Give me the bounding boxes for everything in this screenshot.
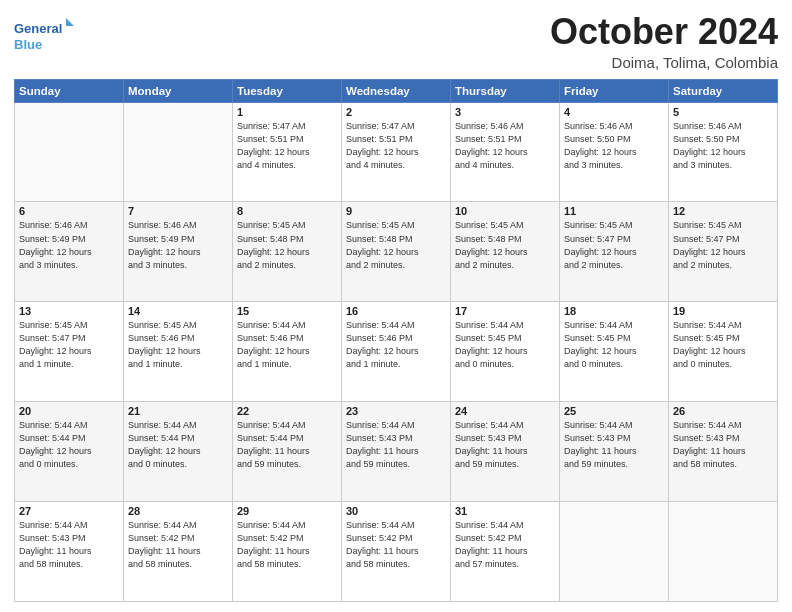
day-number: 16 bbox=[346, 305, 446, 317]
day-detail: Sunrise: 5:44 AM Sunset: 5:43 PM Dayligh… bbox=[346, 419, 446, 471]
day-cell: 8Sunrise: 5:45 AM Sunset: 5:48 PM Daylig… bbox=[233, 202, 342, 302]
day-detail: Sunrise: 5:47 AM Sunset: 5:51 PM Dayligh… bbox=[346, 120, 446, 172]
col-monday: Monday bbox=[124, 79, 233, 102]
day-cell: 18Sunrise: 5:44 AM Sunset: 5:45 PM Dayli… bbox=[560, 302, 669, 402]
day-detail: Sunrise: 5:46 AM Sunset: 5:51 PM Dayligh… bbox=[455, 120, 555, 172]
day-cell: 4Sunrise: 5:46 AM Sunset: 5:50 PM Daylig… bbox=[560, 102, 669, 202]
day-number: 17 bbox=[455, 305, 555, 317]
day-detail: Sunrise: 5:46 AM Sunset: 5:50 PM Dayligh… bbox=[673, 120, 773, 172]
day-number: 24 bbox=[455, 405, 555, 417]
calendar-table: Sunday Monday Tuesday Wednesday Thursday… bbox=[14, 79, 778, 602]
day-cell: 25Sunrise: 5:44 AM Sunset: 5:43 PM Dayli… bbox=[560, 402, 669, 502]
day-number: 29 bbox=[237, 505, 337, 517]
day-number: 3 bbox=[455, 106, 555, 118]
day-cell: 30Sunrise: 5:44 AM Sunset: 5:42 PM Dayli… bbox=[342, 502, 451, 602]
day-detail: Sunrise: 5:44 AM Sunset: 5:42 PM Dayligh… bbox=[346, 519, 446, 571]
day-detail: Sunrise: 5:44 AM Sunset: 5:42 PM Dayligh… bbox=[128, 519, 228, 571]
day-number: 15 bbox=[237, 305, 337, 317]
day-detail: Sunrise: 5:46 AM Sunset: 5:49 PM Dayligh… bbox=[128, 219, 228, 271]
day-detail: Sunrise: 5:46 AM Sunset: 5:49 PM Dayligh… bbox=[19, 219, 119, 271]
day-cell: 1Sunrise: 5:47 AM Sunset: 5:51 PM Daylig… bbox=[233, 102, 342, 202]
day-number: 14 bbox=[128, 305, 228, 317]
day-cell: 6Sunrise: 5:46 AM Sunset: 5:49 PM Daylig… bbox=[15, 202, 124, 302]
day-cell: 19Sunrise: 5:44 AM Sunset: 5:45 PM Dayli… bbox=[669, 302, 778, 402]
day-cell: 5Sunrise: 5:46 AM Sunset: 5:50 PM Daylig… bbox=[669, 102, 778, 202]
day-cell: 22Sunrise: 5:44 AM Sunset: 5:44 PM Dayli… bbox=[233, 402, 342, 502]
day-number: 8 bbox=[237, 205, 337, 217]
col-thursday: Thursday bbox=[451, 79, 560, 102]
day-cell: 28Sunrise: 5:44 AM Sunset: 5:42 PM Dayli… bbox=[124, 502, 233, 602]
day-cell: 15Sunrise: 5:44 AM Sunset: 5:46 PM Dayli… bbox=[233, 302, 342, 402]
day-number: 7 bbox=[128, 205, 228, 217]
day-cell: 29Sunrise: 5:44 AM Sunset: 5:42 PM Dayli… bbox=[233, 502, 342, 602]
day-detail: Sunrise: 5:47 AM Sunset: 5:51 PM Dayligh… bbox=[237, 120, 337, 172]
day-cell: 24Sunrise: 5:44 AM Sunset: 5:43 PM Dayli… bbox=[451, 402, 560, 502]
day-cell: 16Sunrise: 5:44 AM Sunset: 5:46 PM Dayli… bbox=[342, 302, 451, 402]
week-row-5: 27Sunrise: 5:44 AM Sunset: 5:43 PM Dayli… bbox=[15, 502, 778, 602]
day-detail: Sunrise: 5:44 AM Sunset: 5:46 PM Dayligh… bbox=[237, 319, 337, 371]
day-number: 31 bbox=[455, 505, 555, 517]
day-number: 5 bbox=[673, 106, 773, 118]
day-cell: 10Sunrise: 5:45 AM Sunset: 5:48 PM Dayli… bbox=[451, 202, 560, 302]
day-number: 12 bbox=[673, 205, 773, 217]
day-cell: 3Sunrise: 5:46 AM Sunset: 5:51 PM Daylig… bbox=[451, 102, 560, 202]
day-detail: Sunrise: 5:45 AM Sunset: 5:46 PM Dayligh… bbox=[128, 319, 228, 371]
day-detail: Sunrise: 5:45 AM Sunset: 5:48 PM Dayligh… bbox=[237, 219, 337, 271]
day-detail: Sunrise: 5:44 AM Sunset: 5:45 PM Dayligh… bbox=[564, 319, 664, 371]
day-cell: 13Sunrise: 5:45 AM Sunset: 5:47 PM Dayli… bbox=[15, 302, 124, 402]
day-number: 28 bbox=[128, 505, 228, 517]
col-friday: Friday bbox=[560, 79, 669, 102]
day-cell: 11Sunrise: 5:45 AM Sunset: 5:47 PM Dayli… bbox=[560, 202, 669, 302]
day-number: 19 bbox=[673, 305, 773, 317]
day-number: 1 bbox=[237, 106, 337, 118]
day-cell: 26Sunrise: 5:44 AM Sunset: 5:43 PM Dayli… bbox=[669, 402, 778, 502]
day-number: 9 bbox=[346, 205, 446, 217]
day-detail: Sunrise: 5:46 AM Sunset: 5:50 PM Dayligh… bbox=[564, 120, 664, 172]
day-number: 25 bbox=[564, 405, 664, 417]
day-detail: Sunrise: 5:45 AM Sunset: 5:47 PM Dayligh… bbox=[564, 219, 664, 271]
col-sunday: Sunday bbox=[15, 79, 124, 102]
logo: General Blue bbox=[14, 16, 74, 56]
svg-text:General: General bbox=[14, 21, 62, 36]
month-title: October 2024 bbox=[550, 12, 778, 52]
day-detail: Sunrise: 5:44 AM Sunset: 5:44 PM Dayligh… bbox=[128, 419, 228, 471]
day-detail: Sunrise: 5:44 AM Sunset: 5:44 PM Dayligh… bbox=[19, 419, 119, 471]
day-number: 27 bbox=[19, 505, 119, 517]
location: Doima, Tolima, Colombia bbox=[550, 54, 778, 71]
day-cell bbox=[669, 502, 778, 602]
day-number: 30 bbox=[346, 505, 446, 517]
day-cell: 31Sunrise: 5:44 AM Sunset: 5:42 PM Dayli… bbox=[451, 502, 560, 602]
day-number: 23 bbox=[346, 405, 446, 417]
day-detail: Sunrise: 5:44 AM Sunset: 5:43 PM Dayligh… bbox=[564, 419, 664, 471]
day-detail: Sunrise: 5:44 AM Sunset: 5:45 PM Dayligh… bbox=[673, 319, 773, 371]
day-cell: 12Sunrise: 5:45 AM Sunset: 5:47 PM Dayli… bbox=[669, 202, 778, 302]
day-cell: 20Sunrise: 5:44 AM Sunset: 5:44 PM Dayli… bbox=[15, 402, 124, 502]
col-tuesday: Tuesday bbox=[233, 79, 342, 102]
day-number: 20 bbox=[19, 405, 119, 417]
day-cell bbox=[124, 102, 233, 202]
day-detail: Sunrise: 5:44 AM Sunset: 5:45 PM Dayligh… bbox=[455, 319, 555, 371]
day-cell bbox=[15, 102, 124, 202]
page: General Blue October 2024 Doima, Tolima,… bbox=[0, 0, 792, 612]
day-cell: 7Sunrise: 5:46 AM Sunset: 5:49 PM Daylig… bbox=[124, 202, 233, 302]
day-cell: 9Sunrise: 5:45 AM Sunset: 5:48 PM Daylig… bbox=[342, 202, 451, 302]
day-number: 13 bbox=[19, 305, 119, 317]
week-row-4: 20Sunrise: 5:44 AM Sunset: 5:44 PM Dayli… bbox=[15, 402, 778, 502]
day-number: 6 bbox=[19, 205, 119, 217]
day-detail: Sunrise: 5:44 AM Sunset: 5:43 PM Dayligh… bbox=[673, 419, 773, 471]
day-cell bbox=[560, 502, 669, 602]
header: General Blue October 2024 Doima, Tolima,… bbox=[14, 12, 778, 71]
week-row-3: 13Sunrise: 5:45 AM Sunset: 5:47 PM Dayli… bbox=[15, 302, 778, 402]
day-cell: 14Sunrise: 5:45 AM Sunset: 5:46 PM Dayli… bbox=[124, 302, 233, 402]
day-number: 2 bbox=[346, 106, 446, 118]
day-detail: Sunrise: 5:45 AM Sunset: 5:48 PM Dayligh… bbox=[346, 219, 446, 271]
day-detail: Sunrise: 5:44 AM Sunset: 5:42 PM Dayligh… bbox=[455, 519, 555, 571]
day-detail: Sunrise: 5:45 AM Sunset: 5:47 PM Dayligh… bbox=[19, 319, 119, 371]
col-wednesday: Wednesday bbox=[342, 79, 451, 102]
day-cell: 17Sunrise: 5:44 AM Sunset: 5:45 PM Dayli… bbox=[451, 302, 560, 402]
day-detail: Sunrise: 5:44 AM Sunset: 5:46 PM Dayligh… bbox=[346, 319, 446, 371]
title-block: October 2024 Doima, Tolima, Colombia bbox=[550, 12, 778, 71]
logo-svg: General Blue bbox=[14, 16, 74, 56]
day-number: 21 bbox=[128, 405, 228, 417]
svg-text:Blue: Blue bbox=[14, 37, 42, 52]
